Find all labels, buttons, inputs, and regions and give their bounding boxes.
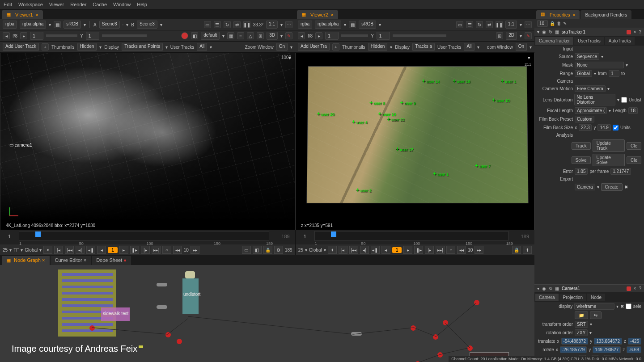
timeline-2[interactable]: 1 1 50 100 150 189 189 [296,230,534,244]
thumb-select[interactable]: Hidden [77,43,97,51]
grid-icon[interactable]: ⊞ [257,32,264,39]
properties-tab[interactable]: ▦ Properties × [536,10,580,19]
wipe-icon[interactable]: ◧ [191,32,198,39]
fps-select[interactable]: 25 [3,248,8,253]
autotracks-tab[interactable]: AutoTracks [605,37,635,45]
mask-select[interactable]: None [575,62,624,68]
next-icon[interactable]: ▸ [315,32,322,39]
step-back-icon[interactable]: ◂❚ [86,246,95,254]
viewer2-viewport[interactable]: 211 user 14 user 18 user 1 user 8 user 9… [295,53,534,230]
input-a-scene[interactable]: Scene3 [99,21,120,29]
projection-tab[interactable]: Projection [559,294,586,301]
view-mode[interactable]: 3D [267,32,278,40]
step-fwd-icon[interactable]: ❚▸ [130,246,139,254]
menu-help[interactable]: Help [137,2,147,7]
lens-select[interactable]: No Lens Distortion [574,94,615,105]
node-color[interactable] [627,286,631,291]
flip-icon[interactable]: ⇄ [486,21,493,28]
current-frame[interactable]: 1 [108,247,118,253]
skip-back-icon[interactable]: ◂◂ [173,246,182,254]
prev-icon[interactable]: ◂ [298,32,305,39]
lut-icon[interactable]: ▦ [54,21,61,28]
usertracks-tab[interactable]: UserTracks [574,37,604,45]
camera-header[interactable]: ▾◉↻▦ Camera1 ×? [534,284,644,293]
plus-icon[interactable]: + [42,43,49,51]
more-icon[interactable]: ⋯ [285,21,292,28]
axis-gizmo[interactable] [9,206,20,216]
rorder-select[interactable]: ZXY [575,329,588,336]
input-b-scene[interactable]: Scene3 [137,21,157,29]
next-key-icon[interactable]: |▸ [141,246,150,254]
in-point-icon[interactable]: |◂ [54,246,63,254]
colorspace-select[interactable]: sRGB [64,21,81,29]
pencil-icon[interactable]: ✎ [285,32,292,39]
zoom-ratio[interactable]: 1:1 [266,21,278,29]
node-color[interactable] [627,30,631,34]
plus-icon[interactable]: + [332,43,339,51]
sync-icon[interactable]: ◧ [253,246,262,254]
play-icon[interactable]: ▸ [119,246,128,254]
settings-icon[interactable]: ⚙ [274,246,283,254]
channel-select[interactable]: rgba [298,21,312,29]
play-back-icon[interactable]: ◂ [97,246,106,254]
lut-icon[interactable]: ▦ [349,21,356,28]
tracker-header[interactable]: ▾◉↻▦ sraTracker1 ×? [534,28,644,36]
add-user-track-button[interactable]: Add User Track [3,43,39,51]
swap-icon[interactable]: ⇆ [590,311,602,319]
range-icon[interactable]: ▭ [242,246,251,254]
dope-sheet-tab[interactable]: Dope Sheet ● [92,256,131,265]
curve-editor-tab[interactable]: Curve Editor × [51,256,91,265]
prev-key-icon[interactable]: ◂| [76,246,85,254]
playhead[interactable] [331,232,336,237]
loop-icon[interactable]: ○ [162,246,171,254]
gamma-input[interactable] [377,32,390,40]
guides-icon[interactable]: △ [247,32,254,39]
file-icon[interactable]: 📁 [575,311,588,319]
ty-input[interactable]: 133.664672 [594,338,622,345]
track-button[interactable]: Track [572,142,591,150]
bg-renders-tab[interactable]: Background Renders [580,10,631,19]
pencil-icon[interactable]: ✎ [525,32,532,39]
refresh-icon[interactable]: ↻ [224,21,231,28]
red-dot-icon[interactable] [181,32,188,39]
timeline-1[interactable]: 1 1 50 100 150 189 189 [0,230,295,244]
lock-icon[interactable]: 🔒 [550,21,555,26]
space-select[interactable]: Global [25,248,38,253]
close-icon[interactable]: ✖ [620,304,624,309]
menu-viewer[interactable]: Viewer [49,2,64,7]
menu-render[interactable]: Render [70,2,86,7]
layer-select[interactable]: rgba.alpha [315,21,341,29]
viewer1-viewport[interactable]: 1000 ▭ camera1 4K_LatLong 4096x2048 bbo:… [0,53,295,230]
camera-tab[interactable]: Camera [535,294,559,301]
menu-edit[interactable]: Edit [4,2,12,7]
layer-select[interactable]: rgba.alpha [20,21,46,29]
rz-input[interactable]: -6.68 [627,346,641,353]
filmback-select[interactable]: Custom [575,116,594,122]
playhead[interactable] [35,232,41,237]
pencil-icon[interactable]: ✎ [563,21,567,26]
lock-icon[interactable]: 🔒 [263,246,272,254]
roi-icon[interactable]: ☰ [466,21,473,28]
gamma-input[interactable] [86,32,99,40]
channel-select[interactable]: rgba [3,21,17,29]
motion-select[interactable]: Free Camera [575,85,606,92]
more-icon[interactable]: ⋯ [525,21,532,28]
add-user-track-button[interactable]: Add User Tra [298,43,330,51]
export-select[interactable]: Camera [575,184,595,190]
focal-select[interactable]: Approximate ( [575,107,607,114]
node-graph-tab[interactable]: ▦ Node Graph × [2,256,50,265]
update-solve-button[interactable]: Update Solve [593,154,625,166]
flip-icon[interactable]: ⇄ [233,21,241,28]
cameratracker-tab[interactable]: CameraTracker [535,37,573,45]
create-button[interactable]: Create [601,183,623,191]
gain-input[interactable] [30,32,43,40]
source-select[interactable]: Sequence [575,53,599,60]
close-icon[interactable]: ✖ [624,185,628,189]
zoomwin-select[interactable]: On [276,43,288,51]
skip-fwd-icon[interactable]: ▸▸ [191,246,199,254]
roi-icon[interactable]: ☰ [214,21,221,28]
pause-icon[interactable]: ❚❚ [243,21,250,28]
layers-icon[interactable]: ≡ [237,32,244,39]
trash-icon[interactable]: 🗑 [557,21,561,26]
menu-cache[interactable]: Cache [93,2,107,7]
